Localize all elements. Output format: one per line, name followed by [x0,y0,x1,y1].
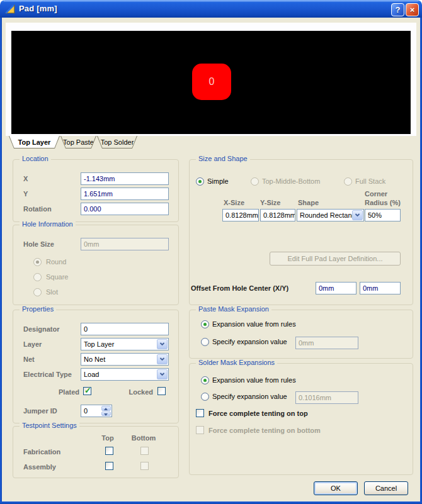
paste-mask-expansion-group-title: Paste Mask Expansion [196,305,271,313]
layer-select[interactable]: Top Layer [81,338,169,350]
tab-top-layer-label: Top Layer [9,136,59,148]
tab-top-paste[interactable]: Top Paste [60,136,96,148]
properties-group-title: Properties [20,305,56,313]
jumper-id-value: 0 [84,407,88,415]
properties-group: Properties Designator 0 Layer Top Layer … [13,310,179,423]
top-middle-bottom-radio-label: Top-Middle-Bottom [262,177,320,185]
full-stack-radio [344,177,352,186]
paste-expansion-from-rules-label: Expansion value from rules [212,320,296,328]
pad-preview-panel: 0 [6,23,416,136]
layer-label: Layer [23,340,42,348]
pad-shape: 0 [192,64,231,100]
chevron-down-icon[interactable] [157,339,168,349]
net-select-value: No Net [84,356,105,363]
simple-radio-label: Simple [207,177,229,185]
electrical-type-select-value: Load [84,371,99,378]
locked-checkbox[interactable] [157,387,166,395]
window-border-left [0,18,2,504]
corner-radius-field[interactable]: 50% [365,209,401,221]
plated-checkbox[interactable] [83,387,91,395]
spin-up-icon[interactable] [101,406,111,411]
solder-expansion-from-rules-radio[interactable] [201,376,209,384]
help-button[interactable]: ? [391,3,404,16]
corner-radius-column-header: Corner Radius (%) [365,189,402,207]
size-and-shape-group: Size and Shape Simple Top-Middle-Bottom … [189,159,413,305]
fabrication-top-checkbox[interactable] [105,447,113,455]
fabrication-label: Fabrication [23,448,60,456]
offset-x-field[interactable]: 0mm [316,282,356,294]
square-radio [33,273,42,281]
slot-radio-label: Slot [46,288,58,296]
titlebar: Pad [mm] ? × [0,0,422,18]
plated-label: Plated [38,388,79,396]
tab-top-solder[interactable]: Top Solder [97,136,137,148]
x-size-column-header: X-Size [224,199,244,206]
ok-button[interactable]: OK [314,481,358,495]
simple-radio[interactable] [196,177,204,186]
designator-label: Designator [23,325,59,333]
testpoint-settings-group: Testpoint Settings Top Bottom Fabricatio… [13,426,179,478]
assembly-top-checkbox[interactable] [105,462,113,470]
hole-size-field: 0mm [81,238,169,250]
force-tenting-top-checkbox[interactable] [196,409,204,417]
y-size-column-header: Y-Size [260,199,280,206]
force-tenting-bottom-label: Force complete tenting on bottom [208,427,321,434]
jumper-id-stepper[interactable]: 0 [81,405,112,417]
y-label: Y [23,190,28,198]
chevron-down-icon[interactable] [157,369,168,379]
window-title: Pad [mm] [19,4,57,13]
pad-dialog: Pad [mm] ? × 0 Top Layer Top Paste Top S… [0,0,422,504]
solder-mask-expansions-group-title: Solder Mask Expansions [196,359,277,366]
testpoint-settings-group-title: Testpoint Settings [20,422,79,429]
top-middle-bottom-radio [251,177,259,186]
paste-specify-expansion-radio[interactable] [201,338,209,346]
y-field[interactable]: 1.651mm [81,188,169,200]
offset-y-field[interactable]: 0mm [360,282,401,294]
testpoint-top-column-header: Top [96,434,119,442]
hole-information-group-title: Hole Information [20,220,76,228]
hole-size-label: Hole Size [23,240,54,248]
chevron-down-icon[interactable] [352,210,363,220]
location-group: Location X -1.143mm Y 1.651mm Rotation 0… [13,159,179,222]
net-select[interactable]: No Net [81,353,169,366]
paste-expansion-value-field: 0mm [295,337,358,349]
fabrication-bottom-checkbox [140,447,149,455]
jumper-id-label: Jumper ID [23,407,57,415]
paste-mask-expansion-group: Paste Mask Expansion Expansion value fro… [189,310,413,359]
chevron-down-icon[interactable] [157,354,168,364]
pad-preview-canvas: 0 [11,31,411,134]
full-stack-radio-label: Full Stack [355,177,385,185]
hole-information-group: Hole Information Hole Size 0mm Round Squ… [13,225,179,305]
close-button[interactable]: × [406,3,419,16]
solder-expansion-value-field: 0.1016mm [295,391,358,404]
electrical-type-select[interactable]: Load [81,368,169,381]
pad-dialog-icon [4,3,16,14]
rotation-field[interactable]: 0.000 [81,203,169,215]
round-radio-label: Round [46,258,66,266]
shape-select[interactable]: Rounded Rectang [297,209,364,221]
offset-from-hole-center-label: Offset From Hole Center (X/Y) [191,284,288,292]
designator-field[interactable]: 0 [81,323,169,335]
location-group-title: Location [20,155,51,162]
net-label: Net [23,356,35,363]
electrical-type-label: Electrical Type [23,371,72,378]
tab-top-layer[interactable]: Top Layer [9,136,60,148]
spin-down-icon[interactable] [101,412,111,417]
solder-expansion-from-rules-label: Expansion value from rules [212,376,296,384]
edit-full-pad-layer-definition-button: Edit Full Pad Layer Definition... [270,252,401,266]
tab-top-paste-label: Top Paste [61,136,96,148]
slot-radio [33,288,42,296]
force-tenting-top-label: Force complete tenting on top [208,410,308,417]
x-field[interactable]: -1.143mm [81,172,169,185]
cancel-button[interactable]: Cancel [364,481,408,495]
shape-column-header: Shape [298,199,319,206]
shape-select-value: Rounded Rectang [300,211,356,219]
locked-label: Locked [122,388,153,396]
rotation-label: Rotation [23,205,52,213]
force-tenting-bottom-checkbox [196,426,204,434]
y-size-field[interactable]: 0.8128mm [260,209,295,221]
solder-specify-expansion-radio[interactable] [201,393,209,401]
paste-expansion-from-rules-radio[interactable] [201,320,209,328]
window-border-bottom [0,501,422,504]
x-size-field[interactable]: 0.8128mm [222,209,259,221]
